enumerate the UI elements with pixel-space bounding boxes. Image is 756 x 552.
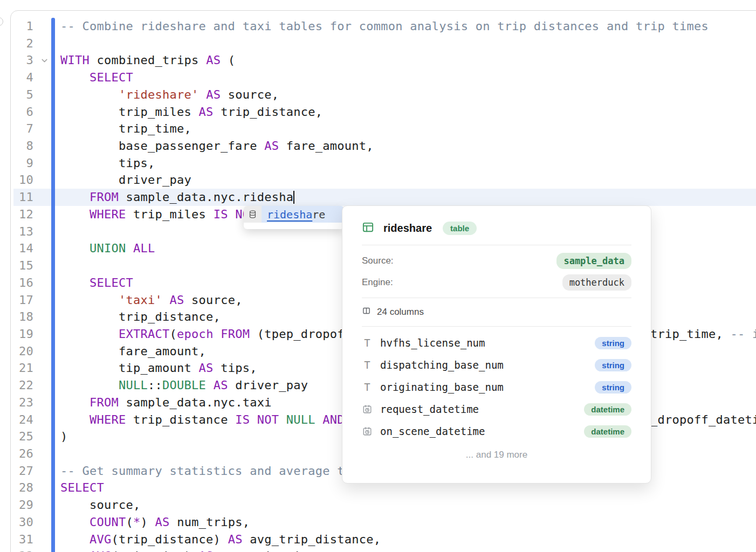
code-token: (trip_distance): [112, 533, 228, 546]
line-number[interactable]: 12: [10, 206, 33, 223]
code-token: [60, 378, 119, 392]
code-line[interactable]: [60, 35, 756, 52]
line-number[interactable]: 23: [10, 394, 33, 411]
line-number[interactable]: 5: [10, 86, 33, 104]
line-number[interactable]: 26: [10, 445, 33, 463]
line-number[interactable]: 3: [10, 52, 33, 69]
line-number[interactable]: 16: [10, 274, 33, 292]
code-token: (trip_time): [112, 549, 199, 552]
code-token: FROM: [221, 327, 250, 341]
code-token: tips,: [60, 156, 155, 170]
line-number[interactable]: 21: [10, 360, 33, 377]
code-token: [60, 396, 90, 409]
line-number[interactable]: 11: [10, 189, 33, 206]
code-token: source,: [221, 88, 279, 101]
code-line[interactable]: trip_miles AS trip_distance,: [60, 104, 756, 121]
line-number[interactable]: 4: [10, 69, 33, 86]
code-token: [250, 413, 257, 426]
autocomplete-dropdown: rideshare: [244, 206, 344, 229]
line-number[interactable]: 2: [10, 35, 33, 52]
code-token: sample_data.nyc.taxi: [119, 396, 272, 409]
column-row: T dispatching_base_numstring: [362, 357, 631, 372]
code-token: [162, 293, 170, 307]
code-line[interactable]: -- Combine rideshare and taxi tables for…: [60, 18, 756, 35]
code-line[interactable]: driver_pay: [60, 171, 756, 189]
code-token: IS: [235, 413, 250, 426]
column-row: request_datetimedatetime: [362, 402, 631, 417]
line-number[interactable]: 18: [10, 308, 33, 326]
line-number[interactable]: 7: [10, 120, 33, 137]
divider: [362, 245, 631, 245]
line-number[interactable]: 14: [10, 240, 33, 257]
line-number[interactable]: 32: [10, 548, 33, 552]
code-token: source,: [184, 293, 243, 307]
code-line[interactable]: AVG(trip_time) AS avg_trip_time,: [60, 548, 756, 552]
code-token: AS: [228, 533, 243, 546]
code-line[interactable]: SELECT: [60, 69, 756, 86]
code-token: driver_pay: [60, 173, 191, 187]
code-line[interactable]: 'rideshare' AS source,: [60, 86, 756, 104]
line-number[interactable]: 17: [10, 292, 33, 309]
line-number[interactable]: 28: [10, 479, 33, 496]
line-number[interactable]: 24: [10, 411, 33, 429]
code-token: COUNT: [90, 515, 126, 529]
line-number[interactable]: 25: [10, 428, 33, 445]
divider: [362, 326, 631, 327]
code-token: AS: [199, 549, 214, 552]
code-token: AS: [214, 378, 228, 392]
engine-label: Engine:: [362, 277, 393, 288]
autocomplete-item-rideshare[interactable]: rideshare: [262, 206, 344, 223]
columns-icon: [362, 306, 371, 318]
line-number[interactable]: 31: [10, 531, 33, 548]
code-line[interactable]: source,: [60, 496, 756, 514]
code-token: (: [126, 515, 134, 529]
code-token: [315, 413, 323, 426]
line-number[interactable]: 29: [10, 496, 33, 514]
divider: [362, 298, 631, 298]
code-token: FROM: [90, 396, 119, 409]
code-token: driver_pay: [228, 378, 308, 392]
code-line[interactable]: trip_time,: [60, 120, 756, 137]
line-number-gutter[interactable]: 1234567891011121314151617181920212223242…: [10, 18, 33, 552]
line-number[interactable]: 20: [10, 343, 33, 360]
code-token: trip_distance,: [214, 105, 323, 119]
column-type-badge: string: [595, 381, 631, 394]
code-line[interactable]: FROM sample_data.nyc.ridesha: [60, 189, 756, 206]
code-line[interactable]: COUNT(*) AS num_trips,: [60, 514, 756, 531]
code-token: [60, 533, 90, 546]
code-token: [60, 549, 90, 552]
line-number[interactable]: 27: [10, 463, 33, 480]
code-token: NULL: [119, 378, 148, 392]
code-token: num_trips,: [170, 515, 250, 529]
line-number[interactable]: 6: [10, 104, 33, 121]
code-token: [199, 88, 207, 101]
line-number[interactable]: 19: [10, 326, 33, 343]
code-token: avg_trip_time,: [214, 549, 323, 552]
column-name: on_scene_datetime: [380, 425, 485, 437]
code-line[interactable]: AVG(trip_distance) AS avg_trip_distance,: [60, 531, 756, 548]
table-icon: [362, 221, 374, 236]
line-number[interactable]: 15: [10, 257, 33, 274]
text-icon: T: [362, 359, 373, 371]
code-line[interactable]: tips,: [60, 155, 756, 172]
code-line[interactable]: base_passenger_fare AS fare_amount,: [60, 137, 756, 155]
chevron-down-icon[interactable]: [40, 56, 49, 65]
line-number[interactable]: 30: [10, 514, 33, 531]
line-number[interactable]: 8: [10, 137, 33, 155]
line-number[interactable]: 13: [10, 223, 33, 240]
code-token: *: [133, 515, 141, 529]
code-token: tip_amount: [60, 361, 199, 375]
code-token: WHERE: [90, 413, 126, 426]
line-number[interactable]: 10: [10, 171, 33, 189]
code-line[interactable]: WITH combined_trips AS (: [60, 52, 756, 69]
popup-title: rideshare: [383, 222, 432, 234]
code-token: -- Combine rideshare and taxi tables for…: [60, 19, 709, 33]
line-number[interactable]: 1: [10, 18, 33, 35]
code-token: SELECT: [60, 481, 104, 494]
code-token: AS: [206, 88, 221, 101]
line-number[interactable]: 9: [10, 155, 33, 172]
line-number[interactable]: 22: [10, 377, 33, 394]
code-token: AS: [199, 361, 214, 375]
code-token: NOT: [257, 413, 279, 426]
column-row: on_scene_datetimedatetime: [362, 424, 631, 439]
